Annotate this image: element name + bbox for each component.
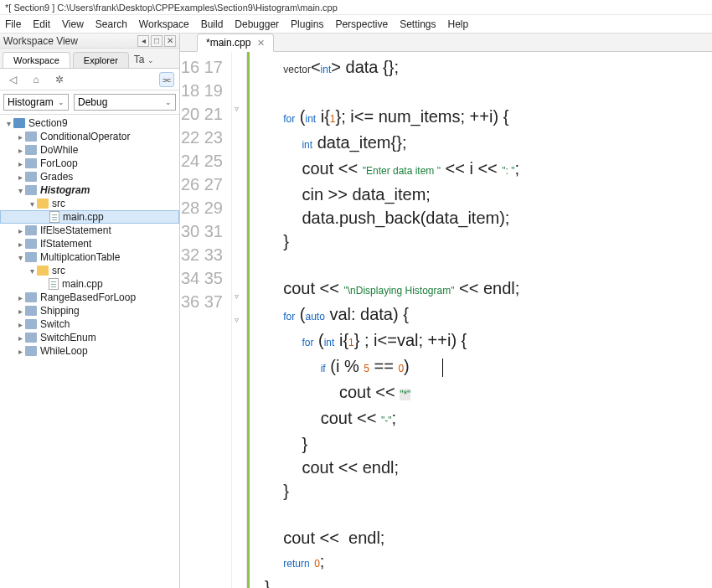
folder-icon xyxy=(25,225,37,235)
tree-item[interactable]: IfStatement xyxy=(40,238,91,250)
main-menu: File Edit View Search Workspace Build De… xyxy=(0,15,712,34)
tree-item[interactable]: IfElseStatement xyxy=(40,224,111,236)
tab-overflow[interactable]: Ta ⌄ xyxy=(129,51,159,68)
tree-src[interactable]: src xyxy=(52,265,65,276)
folder-icon xyxy=(25,185,37,195)
expand-icon[interactable]: ▸ xyxy=(15,240,25,249)
expand-icon[interactable]: ▸ xyxy=(15,173,25,182)
window-title: *[ Section9 ] C:\Users\frank\Desktop\CPP… xyxy=(0,0,712,15)
tree-src[interactable]: src xyxy=(52,198,65,209)
line-gutter: 16 17 18 19 20 21 22 23 24 25 26 27 28 2… xyxy=(180,52,232,588)
cpp-file-icon xyxy=(49,211,59,223)
expand-icon[interactable]: ▸ xyxy=(15,146,25,155)
tab-workspace[interactable]: Workspace xyxy=(3,52,70,68)
src-folder-icon xyxy=(37,266,49,276)
fold-column[interactable]: ▿ ▿ ▿ xyxy=(232,52,247,588)
workspace-panel: Workspace View ◂ □ ✕ Workspace Explorer … xyxy=(0,34,180,588)
folder-icon xyxy=(25,319,37,329)
gear-icon[interactable]: ✲ xyxy=(52,72,67,87)
fold-marker-icon[interactable]: ▿ xyxy=(235,291,239,301)
menu-build[interactable]: Build xyxy=(201,18,224,30)
cursor-icon[interactable]: ◁ xyxy=(5,72,20,87)
chevron-down-icon: ⌄ xyxy=(58,98,64,106)
panel-collapse-left-icon[interactable]: ◂ xyxy=(137,35,149,47)
menu-workspace[interactable]: Workspace xyxy=(139,18,189,30)
expand-icon[interactable]: ▸ xyxy=(15,293,25,302)
editor-pane: *main.cpp ✕ 16 17 18 19 20 21 22 23 24 2… xyxy=(180,34,712,588)
menu-perspective[interactable]: Perspective xyxy=(335,18,388,30)
editor-tab-main[interactable]: *main.cpp ✕ xyxy=(197,34,274,52)
expand-icon[interactable]: ▸ xyxy=(15,132,25,142)
folder-icon xyxy=(25,292,37,302)
expand-icon[interactable]: ▸ xyxy=(15,307,25,316)
folder-icon xyxy=(25,346,37,356)
workspace-view-label: Workspace View xyxy=(3,35,78,47)
code-editor[interactable]: vector<int> data {}; for (int i{1}; i<= … xyxy=(250,52,712,588)
workspace-tabs: Workspace Explorer Ta ⌄ xyxy=(0,49,179,69)
cpp-file-icon xyxy=(49,278,59,290)
tree-file[interactable]: main.cpp xyxy=(62,278,103,290)
tree-item[interactable]: Grades xyxy=(40,171,73,183)
tree-file-main[interactable]: main.cpp xyxy=(63,211,104,223)
expand-icon[interactable]: ▸ xyxy=(15,320,25,329)
fold-marker-icon[interactable]: ▿ xyxy=(235,104,239,113)
panel-expand-icon[interactable]: □ xyxy=(151,35,163,47)
tree-item[interactable]: WhileLoop xyxy=(40,345,88,357)
config-select[interactable]: Histogram⌄ xyxy=(3,94,69,111)
collapse-icon[interactable]: ▾ xyxy=(27,199,37,209)
folder-icon xyxy=(25,333,37,343)
menu-edit[interactable]: Edit xyxy=(33,18,50,30)
close-tab-icon[interactable]: ✕ xyxy=(257,38,265,49)
tree-item-active[interactable]: Histogram xyxy=(40,184,90,196)
folder-icon xyxy=(25,172,37,182)
folder-icon xyxy=(25,252,37,262)
tree-item[interactable]: SwitchEnum xyxy=(40,332,96,343)
folder-icon xyxy=(25,306,37,316)
project-tree[interactable]: ▾Section9 ▸ConditionalOperator ▸DoWhile … xyxy=(0,115,179,588)
tab-explorer[interactable]: Explorer xyxy=(73,52,129,68)
tree-item[interactable]: ForLoop xyxy=(40,157,78,169)
expand-icon[interactable]: ▸ xyxy=(15,159,25,168)
tree-root[interactable]: Section9 xyxy=(28,117,68,129)
tree-item[interactable]: RangeBasedForLoop xyxy=(40,291,136,303)
menu-plugins[interactable]: Plugins xyxy=(291,18,323,30)
tree-item[interactable]: DoWhile xyxy=(40,144,78,156)
menu-settings[interactable]: Settings xyxy=(400,18,436,30)
home-icon[interactable]: ⌂ xyxy=(28,72,44,87)
collapse-icon[interactable]: ▾ xyxy=(15,186,25,195)
collapse-icon[interactable]: ▾ xyxy=(15,253,25,262)
tree-item[interactable]: ConditionalOperator xyxy=(40,131,130,142)
expand-icon[interactable]: ▸ xyxy=(15,226,25,235)
expand-icon[interactable]: ▸ xyxy=(15,333,25,343)
workspace-icon xyxy=(13,118,25,128)
menu-help[interactable]: Help xyxy=(448,18,469,30)
expand-icon[interactable]: ▸ xyxy=(15,347,25,356)
panel-close-icon[interactable]: ✕ xyxy=(164,35,176,47)
build-select[interactable]: Debug⌄ xyxy=(74,94,176,111)
collapse-icon[interactable]: ▾ xyxy=(27,266,37,276)
folder-icon xyxy=(25,145,37,155)
folder-icon xyxy=(25,239,37,249)
folder-icon xyxy=(25,132,37,142)
link-icon[interactable]: ⫘ xyxy=(159,72,174,87)
collapse-icon[interactable]: ▾ xyxy=(3,119,13,128)
fold-marker-icon[interactable]: ▿ xyxy=(235,315,239,324)
menu-search[interactable]: Search xyxy=(95,18,127,30)
chevron-down-icon: ⌄ xyxy=(165,98,172,106)
tree-item[interactable]: MultiplcationTable xyxy=(40,251,120,263)
tree-item[interactable]: Shipping xyxy=(40,305,80,317)
folder-icon xyxy=(25,158,37,168)
menu-view[interactable]: View xyxy=(62,18,84,30)
menu-debugger[interactable]: Debugger xyxy=(235,18,279,30)
menu-file[interactable]: File xyxy=(5,18,21,30)
tree-item[interactable]: Switch xyxy=(40,318,70,330)
src-folder-icon xyxy=(37,199,49,209)
